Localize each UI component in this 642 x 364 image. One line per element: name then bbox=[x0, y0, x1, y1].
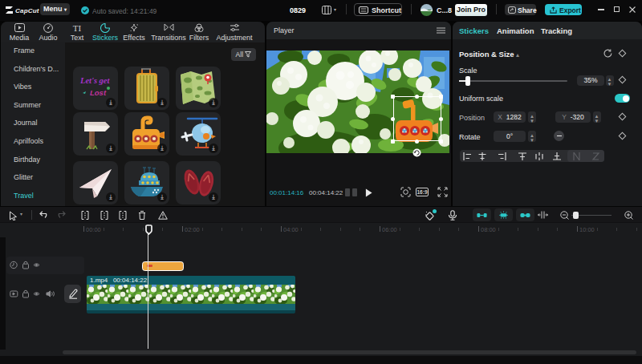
svg-text:Lost: Lost bbox=[90, 88, 107, 97]
svg-text:Let's get: Let's get bbox=[79, 76, 111, 85]
